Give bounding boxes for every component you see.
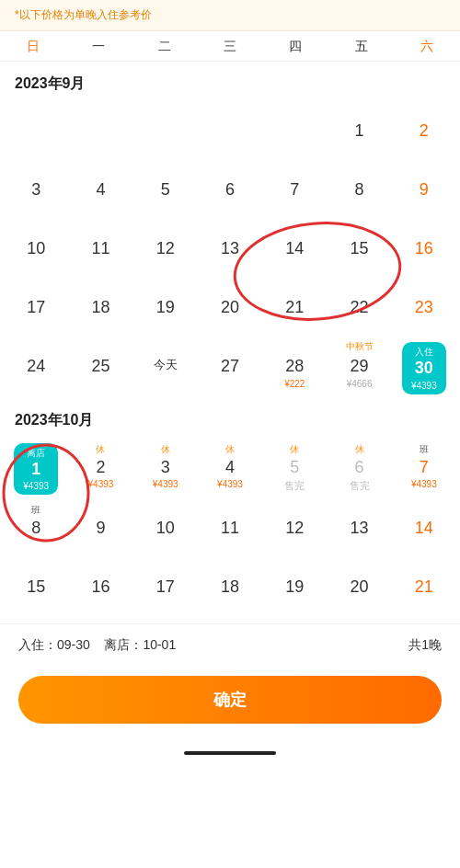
- cal-cell-oct-6[interactable]: 休 6 售完: [327, 438, 391, 499]
- cal-cell-sep-20[interactable]: 20: [198, 278, 262, 337]
- cal-cell-sep-27[interactable]: 27: [198, 337, 262, 398]
- cal-cell-oct-9[interactable]: 9: [68, 498, 132, 557]
- cal-cell-sep-12[interactable]: 12: [133, 219, 198, 278]
- cal-cell-oct-18[interactable]: 18: [198, 557, 262, 616]
- cal-cell-oct-11[interactable]: 11: [198, 498, 262, 557]
- cal-cell-sep-24[interactable]: 24: [4, 337, 68, 398]
- cal-cell-oct-5[interactable]: 休 5 售完: [262, 438, 327, 499]
- cal-cell-sep-1[interactable]: 1: [327, 101, 391, 160]
- oct-grid[interactable]: 离店 1 ¥4393 休 2 ¥4393 休 3 ¥4393 休 4 ¥4393…: [0, 438, 460, 617]
- cal-cell-sep-9[interactable]: 9: [392, 160, 456, 219]
- cal-cell: [262, 101, 327, 160]
- oct-month-label: 2023年10月: [0, 398, 460, 438]
- cal-cell-oct-8[interactable]: 班 8: [4, 498, 68, 557]
- weekday-wed: 三: [197, 39, 262, 55]
- cal-cell-sep-14[interactable]: 14: [262, 219, 327, 278]
- cal-cell-sep-29[interactable]: 中秋节 29 ¥4666: [327, 337, 391, 398]
- cal-cell-sep-13[interactable]: 13: [198, 219, 262, 278]
- cal-cell-sep-23[interactable]: 23: [392, 278, 456, 337]
- cal-cell-sep-8[interactable]: 8: [327, 160, 391, 219]
- cal-cell-oct-15[interactable]: 15: [4, 557, 68, 616]
- cal-cell-sep-19[interactable]: 19: [133, 278, 198, 337]
- cal-cell-oct-20[interactable]: 20: [327, 557, 391, 616]
- cal-cell-oct-14[interactable]: 14: [392, 498, 456, 557]
- cal-cell-sep-30[interactable]: 入住 30 ¥4393: [392, 337, 456, 398]
- cal-cell-oct-2[interactable]: 休 2 ¥4393: [68, 438, 132, 499]
- cal-cell: [133, 101, 198, 160]
- bottom-indicator: [0, 742, 460, 768]
- cal-cell-sep-2[interactable]: 2: [392, 101, 456, 160]
- cal-cell-sep-15[interactable]: 15: [327, 219, 391, 278]
- cal-cell-sep-4[interactable]: 4: [68, 160, 132, 219]
- cal-cell-sep-17[interactable]: 17: [4, 278, 68, 337]
- sep-calendar-wrap: 1 2 3 4 5 6 7 8 9 10 11 12 13 14 15 16 1…: [0, 101, 460, 398]
- cal-cell: [198, 101, 262, 160]
- cal-cell-oct-12[interactable]: 12: [262, 498, 327, 557]
- cal-cell-sep-7[interactable]: 7: [262, 160, 327, 219]
- cal-cell-sep-10[interactable]: 10: [4, 219, 68, 278]
- cal-cell-oct-7[interactable]: 班 7 ¥4393: [392, 438, 456, 499]
- cal-cell-sep-25[interactable]: 25: [68, 337, 132, 398]
- weekday-fri: 五: [328, 39, 394, 55]
- cal-cell-sep-16[interactable]: 16: [392, 219, 456, 278]
- cal-cell-oct-3[interactable]: 休 3 ¥4393: [133, 438, 198, 499]
- weekday-header: 日 一 二 三 四 五 六: [0, 31, 460, 62]
- cal-cell-sep-6[interactable]: 6: [198, 160, 262, 219]
- cal-cell-oct-16[interactable]: 16: [68, 557, 132, 616]
- sep-month-label: 2023年9月: [0, 62, 460, 101]
- notice-text: *以下价格为单晚入住参考价: [15, 8, 152, 21]
- oct-calendar-wrap: 离店 1 ¥4393 休 2 ¥4393 休 3 ¥4393 休 4 ¥4393…: [0, 438, 460, 617]
- checkin-info: 入住：09-30 离店：10-01: [18, 637, 176, 654]
- cal-cell-oct-4[interactable]: 休 4 ¥4393: [198, 438, 262, 499]
- cal-cell-sep-today[interactable]: 今天: [133, 337, 198, 398]
- cal-cell-sep-5[interactable]: 5: [133, 160, 198, 219]
- sep-grid[interactable]: 1 2 3 4 5 6 7 8 9 10 11 12 13 14 15 16 1…: [0, 101, 460, 398]
- cal-cell-oct-21[interactable]: 21: [392, 557, 456, 616]
- cal-cell-oct-13[interactable]: 13: [327, 498, 391, 557]
- confirm-button[interactable]: 确定: [18, 676, 442, 724]
- cal-cell-sep-11[interactable]: 11: [68, 219, 132, 278]
- cal-cell-oct-17[interactable]: 17: [133, 557, 198, 616]
- home-indicator: [184, 751, 276, 755]
- cal-cell-sep-3[interactable]: 3: [4, 160, 68, 219]
- weekday-sat: 六: [395, 39, 460, 55]
- cal-cell-oct-1[interactable]: 离店 1 ¥4393: [4, 438, 68, 499]
- weekday-thu: 四: [263, 39, 328, 55]
- footer-info: 入住：09-30 离店：10-01 共1晚: [0, 623, 460, 667]
- nights-count: 共1晚: [408, 637, 442, 654]
- notice-bar: *以下价格为单晚入住参考价: [0, 0, 460, 31]
- cal-cell-sep-28[interactable]: 28 ¥222: [262, 337, 327, 398]
- cal-cell-oct-10[interactable]: 10: [133, 498, 198, 557]
- cal-cell: [68, 101, 132, 160]
- cal-cell-sep-18[interactable]: 18: [68, 278, 132, 337]
- cal-cell-sep-22[interactable]: 22: [327, 278, 391, 337]
- weekday-sun: 日: [0, 39, 65, 55]
- weekday-tue: 二: [132, 39, 197, 55]
- weekday-mon: 一: [65, 39, 131, 55]
- cal-cell-oct-19[interactable]: 19: [262, 557, 327, 616]
- cal-cell: [4, 101, 68, 160]
- cal-cell-sep-21[interactable]: 21: [262, 278, 327, 337]
